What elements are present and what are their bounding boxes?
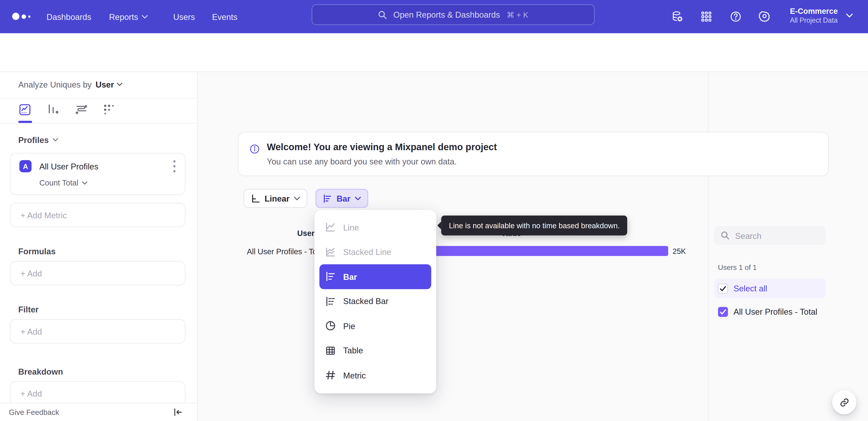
- metric-hash-icon: [325, 370, 336, 381]
- search-icon: [378, 10, 387, 19]
- divider: [708, 72, 708, 421]
- chevron-down-icon: [294, 196, 300, 200]
- project-scope: All Project Data: [790, 16, 838, 25]
- dropdown-item-pie[interactable]: Pie: [319, 313, 431, 338]
- table-icon: [325, 345, 336, 356]
- dropdown-item-stacked-line[interactable]: Stacked Line: [319, 240, 431, 264]
- info-icon: [250, 144, 259, 154]
- analyze-by-dropdown[interactable]: User: [96, 80, 122, 89]
- search-shortcut: ⌘ + K: [506, 10, 528, 19]
- stacked-line-chart-icon: [325, 246, 336, 257]
- query-builder-sidebar: Analyze Uniques by User: [0, 72, 197, 421]
- banner-title: Welcome! You are viewing a Mixpanel demo…: [267, 142, 497, 153]
- banner-subtitle: You can use any board you see with your …: [267, 157, 457, 166]
- link-icon: [839, 397, 849, 407]
- mixpanel-logo[interactable]: [12, 13, 31, 20]
- line-disabled-tooltip: Line is not available with no time based…: [441, 216, 627, 235]
- line-chart-icon: [325, 222, 336, 233]
- add-formula-button[interactable]: + Add: [10, 261, 185, 285]
- add-metric-button[interactable]: + Add Metric: [10, 203, 185, 227]
- nav-users[interactable]: Users: [174, 0, 195, 33]
- check-icon: [720, 309, 726, 314]
- report-type-tabs: [0, 99, 197, 123]
- chevron-down-icon: [117, 83, 122, 86]
- dropdown-item-line[interactable]: Line: [319, 215, 431, 240]
- pie-chart-icon: [325, 320, 336, 331]
- project-switcher[interactable]: E-Commerce All Project Data: [790, 6, 838, 25]
- series-checkbox[interactable]: [718, 307, 728, 317]
- nav-events[interactable]: Events: [212, 0, 237, 33]
- series-search-placeholder: Search: [735, 231, 761, 240]
- series-row-label: All User Profiles - Total: [247, 247, 325, 256]
- time-scale-button[interactable]: Linear: [244, 189, 307, 208]
- dropdown-item-metric[interactable]: Metric: [319, 363, 431, 388]
- settings-gear-icon[interactable]: [758, 11, 771, 23]
- chevron-down-icon: [355, 196, 361, 200]
- chart-type-button[interactable]: Bar: [315, 189, 368, 208]
- tab-insights[interactable]: [18, 103, 32, 116]
- add-breakdown-button[interactable]: + Add: [10, 381, 185, 405]
- bar-value-label: 25K: [673, 247, 686, 255]
- tab-flows[interactable]: [75, 103, 88, 116]
- active-tab-indicator: [18, 121, 32, 123]
- metric-card[interactable]: A All User Profiles ••• Count Total: [10, 153, 185, 195]
- stacked-bar-chart-icon: [325, 296, 336, 307]
- chevron-down-icon: [53, 138, 58, 142]
- metric-letter-badge: A: [20, 160, 32, 172]
- search-icon: [721, 231, 730, 240]
- share-link-fab[interactable]: [832, 390, 857, 415]
- linear-axis-icon: [251, 194, 260, 203]
- chevron-down-icon: [846, 13, 853, 18]
- select-all-row[interactable]: Select all: [714, 279, 826, 298]
- nav-reports[interactable]: Reports: [109, 0, 147, 33]
- dropdown-item-stacked-bar[interactable]: Stacked Bar: [319, 289, 431, 313]
- report-canvas: Welcome! You are viewing a Mixpanel demo…: [197, 72, 868, 421]
- bar-chart-icon: [325, 271, 336, 282]
- breakdown-section-heading: Breakdown: [18, 367, 63, 376]
- metric-kebab-menu[interactable]: •••: [170, 159, 178, 174]
- bar-chart-icon: [323, 194, 332, 203]
- collapse-sidebar-icon[interactable]: [173, 407, 183, 417]
- select-all-checkbox[interactable]: [718, 283, 728, 293]
- chart-type-dropdown: Line Stacked Line Bar Stacked Bar Pie Ta…: [314, 210, 436, 393]
- give-feedback-link[interactable]: Give Feedback: [9, 408, 59, 417]
- profiles-section-heading[interactable]: Profiles: [18, 135, 58, 145]
- check-icon: [720, 285, 726, 291]
- nav-dashboards[interactable]: Dashboards: [46, 0, 91, 33]
- apps-grid-icon[interactable]: [700, 11, 712, 23]
- help-icon[interactable]: [730, 11, 742, 23]
- sidebar-footer: Give Feedback: [0, 403, 197, 421]
- demo-banner: Welcome! You are viewing a Mixpanel demo…: [238, 132, 829, 176]
- filter-section-heading: Filter: [18, 305, 39, 314]
- analyze-uniques-row: Analyze Uniques by User: [18, 80, 122, 89]
- top-nav: Dashboards Reports Users Events Open Rep…: [0, 0, 868, 33]
- aggregation-dropdown[interactable]: Count Total: [39, 178, 87, 187]
- series-toggle-row[interactable]: All User Profiles - Total: [714, 302, 826, 321]
- tab-retention[interactable]: [102, 103, 116, 116]
- series-search-input[interactable]: Search: [714, 226, 826, 245]
- global-search-input[interactable]: Open Reports & Dashboards ⌘ + K: [312, 4, 594, 25]
- chevron-down-icon: [142, 15, 148, 19]
- data-management-icon[interactable]: [672, 11, 684, 23]
- formulas-section-heading: Formulas: [18, 247, 56, 256]
- project-name: E-Commerce: [790, 6, 838, 16]
- dropdown-item-table[interactable]: Table: [319, 338, 431, 363]
- tab-funnels[interactable]: [46, 103, 60, 116]
- chevron-down-icon: [82, 181, 87, 185]
- report-header: Untitled + Add description... ••• Save: [0, 33, 868, 72]
- add-filter-button[interactable]: + Add: [10, 319, 185, 344]
- dropdown-item-bar[interactable]: Bar: [319, 264, 431, 289]
- divider: [0, 123, 197, 123]
- search-placeholder: Open Reports & Dashboards: [393, 10, 500, 20]
- series-count-label: Users 1 of 1: [718, 263, 757, 272]
- metric-name[interactable]: All User Profiles: [39, 162, 98, 171]
- mixpanel-app: Dashboards Reports Users Events Open Rep…: [0, 0, 868, 421]
